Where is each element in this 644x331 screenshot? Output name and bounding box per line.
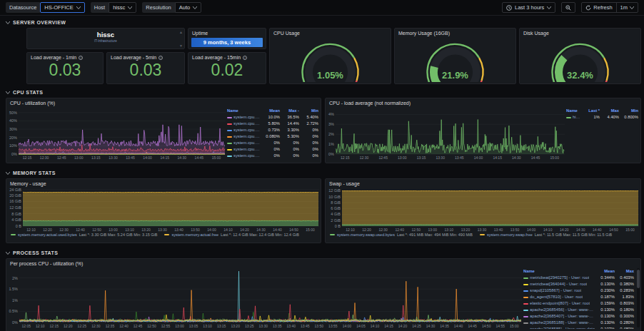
series-name[interactable]: system.cpu.nice.pct <box>233 146 261 153</box>
series-name[interactable]: apache2[3685188] - User: www-data <box>530 320 595 326</box>
legend-column-header[interactable]: Max <box>615 268 634 275</box>
legend-row[interactable]: apache2[368585] - User: www-data0.107%0.… <box>523 326 634 329</box>
legend-row[interactable]: metricbeat[2940275] - User: root0.344%0.… <box>523 275 634 281</box>
panel-title[interactable]: CPU - utilization (%) <box>6 98 321 106</box>
series-name[interactable]: hissc <box>573 114 580 121</box>
series-name[interactable]: metricbeat[2940275] - User: root <box>530 275 589 281</box>
series-name[interactable]: system.cpu.irq.pct <box>233 140 261 146</box>
series-name[interactable]: system.memory.swap.used.bytes <box>337 233 395 237</box>
legend-column-header[interactable]: Min <box>619 108 638 114</box>
info-icon[interactable]: i <box>243 56 247 60</box>
legend-item[interactable]: system.memory.swap.used.bytesLast *: 491… <box>330 233 473 237</box>
resolution-select[interactable]: Auto <box>175 2 201 13</box>
series-name[interactable]: system.memory.actual.free <box>171 233 218 237</box>
legend-row[interactable]: system.cpu.nice.pct0%0%0% <box>227 146 318 153</box>
host-name: hissc <box>27 31 184 39</box>
refresh-interval-select[interactable]: 1m <box>616 3 638 12</box>
svg-text:14:50: 14:50 <box>609 228 618 232</box>
series-color-marker <box>227 117 232 118</box>
panel-title[interactable]: CPU - load average (not normalized) <box>326 98 640 106</box>
host-subtitle[interactable]: IT-Infrastructure <box>27 39 184 43</box>
legend-row[interactable]: do_agent[57810] - User: root0.187%1.83% <box>523 294 634 300</box>
panel-scrollbar[interactable]: ▲▼ <box>178 30 183 48</box>
disk-usage-gauge-panel: Disk Usage 32.4% <box>519 28 641 84</box>
panel-title[interactable]: Load average - 15mini <box>188 53 266 61</box>
series-name[interactable]: apache2[3685456] - User: www-data <box>530 307 595 313</box>
panel-title[interactable]: Load average - 5mini <box>107 53 184 61</box>
legend-row[interactable]: snapd[2105867] - User: root0.230%0.283% <box>523 287 634 294</box>
svg-text:14:00: 14:00 <box>143 156 152 160</box>
legend-row[interactable]: system.cpu.irq.pct0%0%0% <box>227 140 318 146</box>
series-name[interactable]: metricbeat[364044] - User: root <box>530 281 587 287</box>
svg-text:12:10: 12:10 <box>26 228 36 232</box>
legend-column-header[interactable]: Max <box>600 108 619 114</box>
legend-row[interactable]: apache2[3685188] - User: www-data0.130%0… <box>523 320 634 326</box>
legend-column-header[interactable]: Name <box>566 108 580 114</box>
legend-column-header[interactable]: Name <box>227 108 261 114</box>
panel-title[interactable]: Disk Usage <box>520 29 640 36</box>
series-name[interactable]: system.memory.swap.free <box>487 233 533 237</box>
panel-title[interactable]: Memory Usage (16GB) <box>395 29 515 36</box>
legend-item[interactable]: system.memory.actual.used.bytesLast *: 3… <box>11 233 157 237</box>
series-name[interactable]: snapd[2105867] - User: root <box>530 287 581 294</box>
panel-title[interactable]: CPU Usage <box>270 29 391 36</box>
scrollbar-thumb[interactable] <box>637 270 640 288</box>
legend-row[interactable]: elastic-endpoint[807] - User: root0.159%… <box>523 300 634 307</box>
row-header-cpu-stats[interactable]: CPU STATS <box>6 88 638 96</box>
legend-row[interactable]: system.cpu.steal.pct0%0%0% <box>227 153 318 159</box>
swap-usage-chart[interactable]: 0 B2 GiB4 GiB6 GiB8 GiB10 GiB12 GiB12:10… <box>326 187 640 233</box>
series-name[interactable]: apache2[3685407] - User: www-data <box>530 313 595 320</box>
legend-item[interactable]: system.memory.actual.freeLast *: 12.4 Gi… <box>164 233 298 237</box>
series-name[interactable]: system.cpu.system.pct <box>233 121 261 127</box>
legend-scrollbar[interactable] <box>637 268 640 327</box>
legend-column-header[interactable]: Mean <box>595 268 615 275</box>
time-range-picker[interactable]: Last 3 hours <box>502 2 555 13</box>
info-icon[interactable]: i <box>79 56 83 60</box>
legend-column-header[interactable]: Min <box>299 108 318 114</box>
legend-row[interactable]: apache2[3685456] - User: www-data0.130%0… <box>523 307 634 313</box>
refresh-button[interactable]: Refresh <box>582 3 615 12</box>
legend-column-header[interactable]: Name <box>523 268 595 275</box>
legend-row[interactable]: metricbeat[364044] - User: root0.130%0.3… <box>523 281 634 287</box>
series-name[interactable]: do_agent[57810] - User: root <box>530 294 583 300</box>
datasource-select[interactable]: HS-OFFICE <box>40 2 84 13</box>
legend-column-header[interactable]: Max - <box>280 108 299 114</box>
series-name[interactable]: system.cpu.iowait.pct <box>233 133 261 140</box>
series-name[interactable]: apache2[368585] - User: www-data <box>530 326 595 329</box>
panel-title[interactable]: Load average - 1mini <box>27 53 103 61</box>
row-header-memory-stats[interactable]: MEMORY STATS <box>6 169 638 177</box>
panel-title[interactable]: Swap - usage <box>326 179 640 187</box>
series-name[interactable]: elastic-endpoint[807] - User: root <box>530 300 590 307</box>
legend-row[interactable]: system.cpu.system.pct5.80%14.4%2.72% <box>227 121 318 127</box>
panel-title[interactable]: Memory - usage <box>6 179 321 187</box>
svg-text:15:00: 15:00 <box>510 324 519 328</box>
panel-title[interactable]: Uptime <box>188 29 266 36</box>
legend-row[interactable]: system.cpu.iowait.pct0.080%5.30%0% <box>227 133 318 140</box>
legend-column-header[interactable]: Last * <box>580 108 600 114</box>
row-header-process-stats[interactable]: PROCESS STATS <box>6 249 638 257</box>
series-name[interactable]: system.cpu.user.pct <box>233 114 261 121</box>
cpu-load-average-chart[interactable]: 0%1%2%3%4%12:1512:3012:4513:0013:1513:30… <box>326 106 566 161</box>
series-color-marker <box>566 117 571 118</box>
legend-row[interactable]: apache2[3685407] - User: www-data0.130%0… <box>523 313 634 320</box>
legend-row[interactable]: system.cpu.user.pct10.0%36.5%5.40% <box>227 114 318 121</box>
per-process-cpu-chart[interactable]: 0%0.5%1%1.5%2%12:0512:1012:1512:2012:251… <box>6 267 523 329</box>
host-select[interactable]: hissc <box>109 2 136 13</box>
legend-column-header[interactable]: Mean <box>261 108 280 114</box>
memory-usage-chart[interactable]: 0 B4 GiB8 GiB12 GiB16 GiB20 GiB24 GiB12:… <box>6 187 321 233</box>
panel-title[interactable]: Per process CPU - utilization (%) <box>6 259 640 267</box>
info-icon[interactable]: i <box>159 56 163 60</box>
zoom-out-button[interactable] <box>561 2 575 13</box>
legend-table: NameMeanMaxmetricbeat[2940275] - User: r… <box>523 267 636 329</box>
row-title: MEMORY STATS <box>13 170 56 175</box>
legend-item[interactable]: system.memory.swap.freeLast *: 11.5 GiB … <box>480 233 612 237</box>
legend-row[interactable]: hissc1%4.40%0.800% <box>566 114 638 121</box>
legend-row[interactable]: system.cpu.softirq.pct0.73%3.30%0% <box>227 127 318 133</box>
series-name[interactable]: system.cpu.softirq.pct <box>233 127 261 133</box>
legend-stat-value: 0.300% <box>615 313 634 320</box>
series-name[interactable]: system.memory.actual.used.bytes <box>18 233 77 237</box>
cpu-utilization-chart[interactable]: 0%10%20%30%40%50%12:1512:3012:4513:0013:… <box>6 106 227 161</box>
series-color-marker <box>523 290 528 292</box>
series-name[interactable]: system.cpu.steal.pct <box>233 153 261 159</box>
row-header-server-overview[interactable]: SERVER OVERVIEW <box>6 19 638 26</box>
